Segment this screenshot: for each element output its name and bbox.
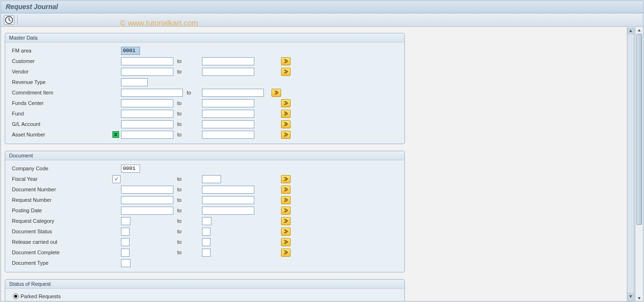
- asset-number-to-input[interactable]: [202, 131, 254, 139]
- vendor-from-input[interactable]: [121, 68, 173, 76]
- doc-status-from-input[interactable]: [121, 228, 130, 236]
- release-from-input[interactable]: [121, 238, 130, 246]
- req-number-multiselect-button[interactable]: [281, 196, 291, 204]
- toolbar-separator: [17, 15, 18, 25]
- req-category-to-input[interactable]: [202, 217, 211, 225]
- page-title: Request Journal: [6, 3, 58, 10]
- customer-from-input[interactable]: [121, 57, 173, 65]
- to-label: to: [183, 90, 202, 95]
- company-code-label: Company Code: [10, 166, 112, 171]
- posting-date-multiselect-button[interactable]: [281, 207, 291, 215]
- doc-complete-multiselect-button[interactable]: [281, 249, 291, 257]
- fund-label: Fund: [10, 111, 112, 116]
- funds-center-to-input[interactable]: [202, 99, 254, 107]
- asset-number-multiselect-button[interactable]: [281, 131, 291, 139]
- funds-center-from-input[interactable]: [121, 99, 173, 107]
- fiscal-year-multiselect-button[interactable]: [281, 175, 291, 183]
- equal-sign-indicator[interactable]: =: [112, 131, 119, 138]
- to-label: to: [173, 197, 202, 203]
- arrow-right-icon: [283, 132, 288, 137]
- doc-number-multiselect-button[interactable]: [281, 186, 291, 194]
- doc-type-label: Document Type: [10, 260, 112, 266]
- to-label: to: [173, 121, 202, 127]
- doc-status-multiselect-button[interactable]: [281, 228, 291, 236]
- asset-number-from-input[interactable]: [121, 131, 173, 139]
- arrow-right-icon: [274, 90, 279, 95]
- scroll-up-arrow-icon[interactable]: [635, 27, 643, 33]
- arrow-right-icon: [283, 69, 288, 74]
- revenue-type-label: Revenue Type: [10, 79, 112, 85]
- customer-to-input[interactable]: [202, 57, 254, 65]
- commitment-item-multiselect-button[interactable]: [272, 89, 281, 97]
- inner-vertical-scrollbar[interactable]: [627, 27, 634, 301]
- arrow-right-icon: [283, 250, 288, 255]
- req-category-multiselect-button[interactable]: [281, 217, 291, 225]
- vendor-multiselect-button[interactable]: [281, 68, 291, 76]
- doc-number-label: Document Number: [10, 187, 112, 192]
- doc-number-from-input[interactable]: [121, 186, 173, 194]
- execute-button[interactable]: [4, 15, 14, 25]
- to-label: to: [173, 208, 202, 213]
- fund-multiselect-button[interactable]: [281, 110, 291, 118]
- customer-label: Customer: [10, 58, 112, 64]
- release-multiselect-button[interactable]: [281, 238, 291, 246]
- group-title-master: Master Data: [5, 33, 404, 42]
- commitment-item-to-input[interactable]: [202, 89, 264, 97]
- to-label: to: [173, 176, 202, 182]
- gl-account-to-input[interactable]: [202, 120, 254, 128]
- scroll-down-arrow-icon[interactable]: [635, 295, 643, 301]
- fund-to-input[interactable]: [202, 110, 254, 118]
- fiscal-year-label: Fiscal Year: [10, 176, 112, 182]
- posting-date-from-input[interactable]: [121, 207, 173, 215]
- scrollbar-thumb[interactable]: [636, 34, 642, 225]
- to-label: to: [173, 187, 202, 192]
- gl-account-multiselect-button[interactable]: [281, 120, 291, 128]
- to-label: to: [173, 111, 202, 116]
- fund-from-input[interactable]: [121, 110, 173, 118]
- fm-area-input[interactable]: [121, 47, 140, 55]
- gl-account-from-input[interactable]: [121, 120, 173, 128]
- to-label: to: [173, 250, 202, 255]
- doc-type-input[interactable]: [121, 259, 131, 267]
- doc-complete-from-input[interactable]: [121, 249, 130, 257]
- outer-vertical-scrollbar[interactable]: [635, 27, 643, 301]
- doc-complete-to-input[interactable]: [202, 249, 211, 257]
- title-bar: Request Journal: [1, 1, 643, 13]
- req-category-from-input[interactable]: [121, 217, 131, 225]
- funds-center-multiselect-button[interactable]: [281, 99, 291, 107]
- release-label: Release carried out: [10, 239, 112, 245]
- group-master-data: Master Data FM area Customer to: [5, 33, 405, 144]
- to-label: to: [173, 239, 202, 245]
- req-category-label: Request Category: [10, 218, 112, 224]
- commitment-item-label: Commitment Item: [10, 90, 112, 95]
- revenue-type-input[interactable]: [121, 78, 148, 86]
- req-number-to-input[interactable]: [202, 196, 254, 204]
- scroll-up-arrow-icon[interactable]: [627, 28, 634, 34]
- doc-status-to-input[interactable]: [202, 228, 211, 236]
- release-to-input[interactable]: [202, 238, 211, 246]
- scroll-down-arrow-icon[interactable]: [627, 293, 634, 300]
- parked-requests-label: Parked Requests: [20, 293, 60, 299]
- clock-execute-icon: [4, 15, 14, 25]
- commitment-item-from-input[interactable]: [121, 89, 183, 97]
- posting-date-label: Posting Date: [10, 208, 112, 213]
- arrow-right-icon: [283, 208, 288, 213]
- to-label: to: [173, 132, 202, 137]
- funds-center-label: Funds Center: [10, 100, 112, 106]
- fiscal-year-to-input[interactable]: [202, 175, 221, 183]
- arrow-right-icon: [283, 111, 288, 116]
- content-area: Master Data FM area Customer to: [1, 27, 636, 301]
- to-label: to: [173, 100, 202, 106]
- parked-requests-radio[interactable]: [13, 293, 19, 299]
- doc-number-to-input[interactable]: [202, 186, 254, 194]
- req-number-label: Request Number: [10, 197, 112, 203]
- to-label: to: [173, 58, 202, 64]
- company-code-input[interactable]: [121, 165, 140, 173]
- arrow-right-icon: [283, 177, 288, 181]
- customer-multiselect-button[interactable]: [281, 57, 291, 65]
- posting-date-to-input[interactable]: [202, 207, 254, 215]
- fiscal-year-checkmark[interactable]: ✓: [112, 175, 121, 183]
- vendor-to-input[interactable]: [202, 68, 254, 76]
- group-title-document: Document: [5, 151, 404, 160]
- req-number-from-input[interactable]: [121, 196, 173, 204]
